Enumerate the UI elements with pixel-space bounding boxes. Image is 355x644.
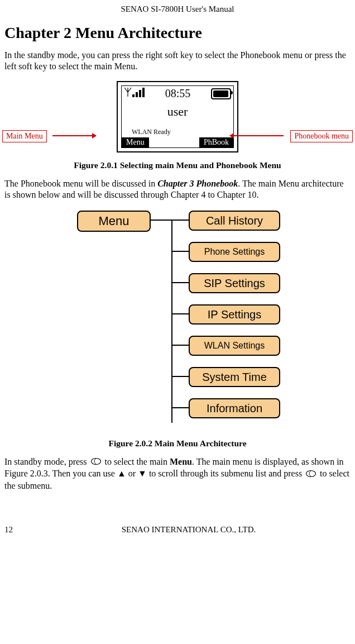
chart-child-system-time: System Time <box>189 367 280 387</box>
screen-annotation-row: Main Menu 08:55 user WLAN Ready Menu <box>4 78 351 156</box>
page-footer: 12 SENAO INTERNATIONAL CO., LTD. <box>4 525 351 535</box>
running-header: SENAO SI-7800H User's Manual <box>4 4 351 14</box>
select-key-icon <box>90 457 102 468</box>
chart-child-information: Information <box>189 398 280 418</box>
phone-screen: 08:55 user WLAN Ready Menu PhBook <box>121 85 234 148</box>
page-number: 12 <box>4 525 27 535</box>
screen-time: 08:55 <box>165 87 191 100</box>
chart-child-call-history: Call History <box>189 211 280 231</box>
signal-icon <box>124 87 145 97</box>
para3-menu-word: Menu <box>170 457 192 466</box>
arrow-right-icon <box>52 135 96 136</box>
select-key-icon-2 <box>305 469 316 480</box>
intro-paragraph: In the standby mode, you can press the r… <box>4 50 351 72</box>
figure-1-caption: Figure 2.0.1 Selecting main Menu and Pho… <box>4 160 351 170</box>
arrow-left-icon <box>230 135 284 136</box>
battery-icon <box>211 88 231 99</box>
left-softkey: Menu <box>122 137 149 147</box>
paragraph-3: In standby mode, press to select the mai… <box>4 456 351 492</box>
screen-status: WLAN Ready <box>132 128 171 136</box>
figure-2-caption: Figure 2.0.2 Main Menu Architecture <box>4 438 351 449</box>
arrow-or: or <box>126 469 138 478</box>
main-menu-label: Main Menu <box>2 130 47 142</box>
paragraph-2: The Phonebook menu will be discussed in … <box>4 178 351 201</box>
para3-d: to scroll through its submenu list and p… <box>149 469 304 478</box>
screen-user: user <box>122 104 233 119</box>
chart-root-node: Menu <box>77 211 151 232</box>
menu-architecture-chart: Menu Call History Phone Settings SIP Set… <box>77 211 278 434</box>
up-triangle-icon: ▲ <box>117 469 126 478</box>
right-softkey: PhBook <box>199 137 233 147</box>
phone-frame: 08:55 user WLAN Ready Menu PhBook <box>117 81 238 152</box>
chart-child-phone-settings: Phone Settings <box>189 242 280 262</box>
chapter-title: Chapter 2 Menu Architecture <box>4 24 351 42</box>
footer-company: SENAO INTERNATIONAL CO., LTD. <box>27 525 351 535</box>
down-triangle-icon: ▼ <box>138 469 147 478</box>
svg-point-0 <box>91 459 100 465</box>
para2-ref: Chapter 3 Phonebook <box>157 179 238 188</box>
svg-point-1 <box>306 470 316 476</box>
phonebook-menu-label: Phonebook menu <box>290 130 353 142</box>
chart-child-ip-settings: IP Settings <box>189 304 280 325</box>
para3-b: to select the main <box>105 457 170 466</box>
chart-child-sip-settings: SIP Settings <box>189 273 280 293</box>
para2-part-a: The Phonebook menu will be discussed in <box>4 179 157 188</box>
para3-a: In standby mode, press <box>4 457 89 466</box>
chart-child-wlan-settings: WLAN Settings <box>189 336 280 356</box>
